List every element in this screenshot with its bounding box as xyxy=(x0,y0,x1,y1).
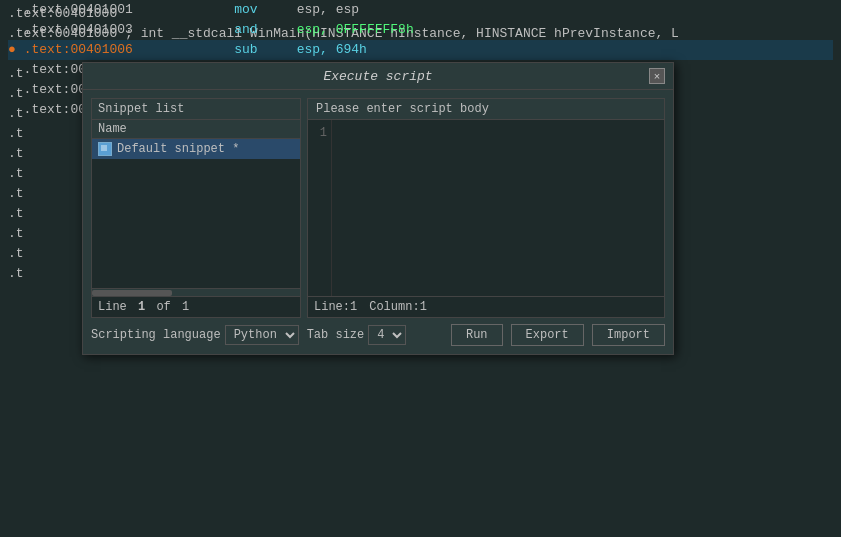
modal-close-button[interactable]: × xyxy=(649,68,665,84)
line-of-label: Line xyxy=(98,300,134,314)
snippet-list-panel: Snippet list Name Default snippet * Line… xyxy=(91,98,301,318)
run-button[interactable]: Run xyxy=(451,324,503,346)
scripting-language-wrapper: Scripting language Python IDC xyxy=(91,325,299,345)
status-line: Line:1 xyxy=(314,300,357,314)
tab-size-wrapper: Tab size 2 4 8 xyxy=(307,325,407,345)
snippet-file-icon xyxy=(98,142,112,156)
tab-size-label: Tab size xyxy=(307,328,365,342)
scripting-language-label: Scripting language xyxy=(91,328,221,342)
snippet-item-label: Default snippet * xyxy=(117,142,239,156)
script-editor[interactable] xyxy=(332,120,664,296)
execute-script-modal: Execute script × Snippet list Name Defau… xyxy=(82,62,674,355)
modal-controls: Scripting language Python IDC Tab size 2… xyxy=(91,324,665,346)
total-lines: 1 xyxy=(182,300,189,314)
snippet-list: Default snippet * xyxy=(92,139,300,288)
modal-panels: Snippet list Name Default snippet * Line… xyxy=(91,98,665,318)
bg-bottom-line-1: .text:00401001 mov esp, esp xyxy=(8,0,833,20)
bg-bottom-line-2: .text:00401003 and esp, 0FFFFFFF8h xyxy=(8,20,833,40)
snippet-list-header: Snippet list xyxy=(92,99,300,120)
tab-size-select[interactable]: 2 4 8 xyxy=(368,325,406,345)
gutter-line-1: 1 xyxy=(320,126,327,140)
editor-gutter: 1 xyxy=(308,120,332,296)
export-button[interactable]: Export xyxy=(511,324,584,346)
editor-statusbar: Line:1 Column:1 xyxy=(308,296,664,317)
scripting-language-select[interactable]: Python IDC xyxy=(225,325,299,345)
modal-titlebar: Execute script × xyxy=(83,63,673,90)
bg-bottom-line-3: ● .text:00401006 sub esp, 694h xyxy=(8,40,833,60)
editor-panel: Please enter script body 1 Line:1 Column… xyxy=(307,98,665,318)
modal-body: Snippet list Name Default snippet * Line… xyxy=(83,90,673,354)
snippet-scrollbar-horizontal[interactable] xyxy=(92,288,300,296)
import-button[interactable]: Import xyxy=(592,324,665,346)
snippet-scrollbar-thumb xyxy=(92,290,172,296)
snippet-column-name: Name xyxy=(92,120,300,139)
editor-header: Please enter script body xyxy=(308,99,664,120)
current-line: 1 xyxy=(138,300,145,314)
of-label: of xyxy=(149,300,178,314)
editor-body: 1 xyxy=(308,120,664,296)
status-col: Column:1 xyxy=(369,300,427,314)
snippet-panel-footer: Line 1 of 1 xyxy=(92,296,300,317)
snippet-item-default[interactable]: Default snippet * xyxy=(92,139,300,159)
modal-title: Execute script xyxy=(107,69,649,84)
